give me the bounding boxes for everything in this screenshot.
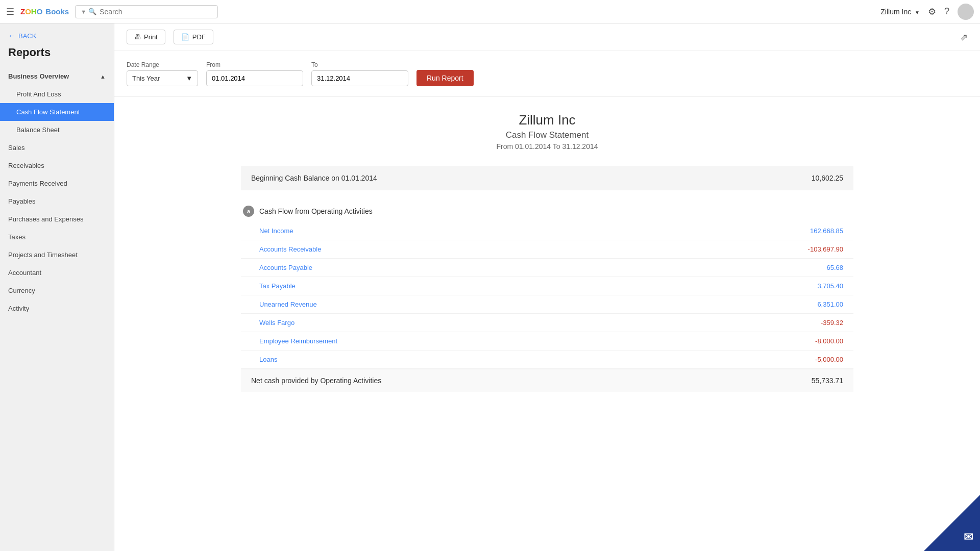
beginning-balance-row: Beginning Cash Balance on 01.01.2014 10,…: [241, 166, 853, 190]
sidebar-item-profit-loss[interactable]: Profit And Loss: [0, 85, 114, 103]
search-box[interactable]: ▼ 🔍: [75, 5, 218, 18]
back-arrow-icon: ←: [8, 32, 15, 40]
employee-reimbursement-value: -8,000.00: [815, 337, 843, 345]
content-area: 🖶 Print 📄 PDF ⇗ Date Range This Year ▼ F…: [114, 23, 980, 551]
line-item-net-income: Net Income 162,668.85: [241, 222, 853, 240]
wells-fargo-label[interactable]: Wells Fargo: [259, 319, 295, 327]
from-date-input[interactable]: [206, 70, 303, 86]
date-range-label: Date Range: [127, 61, 198, 68]
net-operating-value: 55,733.71: [812, 377, 843, 385]
to-date-group: To: [311, 61, 408, 86]
from-date-group: From: [206, 61, 303, 86]
net-operating-row: Net cash provided by Operating Activitie…: [241, 369, 853, 392]
select-caret-icon: ▼: [186, 74, 192, 82]
tax-payable-value: 3,705.40: [817, 282, 843, 290]
operating-activities-title: Cash Flow from Operating Activities: [259, 207, 373, 215]
logo-z: Z: [20, 7, 25, 16]
accounts-payable-value: 65.68: [826, 264, 843, 271]
line-item-accounts-receivable: Accounts Receivable -103,697.90: [241, 240, 853, 259]
beginning-balance-label: Beginning Cash Balance on 01.01.2014: [251, 174, 377, 182]
logo-o1: O: [25, 7, 31, 16]
print-button[interactable]: 🖶 Print: [127, 30, 165, 44]
sidebar-item-payments-received[interactable]: Payments Received: [0, 174, 114, 192]
nav-right: Zillum Inc ▼ ⚙ ?: [880, 4, 974, 20]
logo-h: H: [31, 7, 37, 16]
expand-icon[interactable]: ⇗: [960, 32, 968, 43]
zoho-logo: ZOHO Books: [20, 7, 69, 16]
date-range-select[interactable]: This Year ▼: [127, 70, 198, 86]
net-income-value: 162,668.85: [810, 227, 843, 235]
sidebar-item-receivables[interactable]: Receivables: [0, 157, 114, 174]
pdf-icon: 📄: [181, 33, 189, 41]
sidebar-item-purchases-expenses[interactable]: Purchases and Expenses: [0, 210, 114, 228]
to-date-input[interactable]: [311, 70, 408, 86]
operating-activities-header: a Cash Flow from Operating Activities: [241, 201, 853, 222]
report-header: Zillum Inc Cash Flow Statement From 01.0…: [135, 112, 960, 151]
chevron-up-icon: ▲: [100, 73, 106, 80]
pdf-button[interactable]: 📄 PDF: [174, 30, 213, 44]
sidebar-item-cash-flow[interactable]: Cash Flow Statement: [0, 103, 114, 121]
settings-icon[interactable]: ⚙: [928, 6, 936, 17]
to-date-label: To: [311, 61, 408, 68]
report-company-name: Zillum Inc: [135, 112, 960, 128]
line-item-loans: Loans -5,000.00: [241, 350, 853, 369]
line-item-unearned-revenue: Unearned Revenue 6,351.00: [241, 295, 853, 314]
operating-activities-section: a Cash Flow from Operating Activities Ne…: [241, 201, 853, 392]
sidebar-section-business-overview[interactable]: Business Overview ▲: [0, 67, 114, 85]
sidebar-item-activity[interactable]: Activity: [0, 299, 114, 317]
sidebar: ← BACK Reports Business Overview ▲ Profi…: [0, 23, 114, 551]
sidebar-title: Reports: [0, 44, 114, 67]
unearned-revenue-label[interactable]: Unearned Revenue: [259, 300, 317, 308]
logo-books: Books: [45, 7, 69, 16]
tax-payable-label[interactable]: Tax Payable: [259, 282, 296, 290]
search-icon: 🔍: [88, 8, 96, 15]
print-icon: 🖶: [134, 33, 141, 41]
accounts-payable-label[interactable]: Accounts Payable: [259, 264, 312, 271]
employee-reimbursement-label[interactable]: Employee Reimbursement: [259, 337, 337, 345]
sidebar-item-sales[interactable]: Sales: [0, 139, 114, 157]
line-item-wells-fargo: Wells Fargo -359.32: [241, 314, 853, 332]
sidebar-item-payables[interactable]: Payables: [0, 192, 114, 210]
report-date-range: From 01.01.2014 To 31.12.2014: [135, 142, 960, 151]
org-switcher[interactable]: Zillum Inc ▼: [880, 8, 920, 16]
help-icon[interactable]: ?: [944, 6, 949, 17]
sidebar-item-projects-timesheet[interactable]: Projects and Timesheet: [0, 246, 114, 264]
accounts-receivable-value: -103,697.90: [808, 245, 843, 253]
date-range-group: Date Range This Year ▼: [127, 61, 198, 86]
sidebar-item-balance-sheet[interactable]: Balance Sheet: [0, 121, 114, 139]
beginning-balance-value: 10,602.25: [812, 174, 843, 182]
loans-label[interactable]: Loans: [259, 356, 277, 363]
accounts-receivable-label[interactable]: Accounts Receivable: [259, 245, 321, 253]
line-item-accounts-payable: Accounts Payable 65.68: [241, 259, 853, 277]
org-caret-icon: ▼: [915, 10, 920, 15]
search-dropdown-icon[interactable]: ▼: [81, 9, 86, 15]
logo-o2: O: [37, 7, 43, 16]
toolbar: 🖶 Print 📄 PDF ⇗: [114, 23, 980, 51]
hamburger-menu[interactable]: ☰: [6, 6, 14, 17]
net-operating-label: Net cash provided by Operating Activitie…: [251, 377, 381, 385]
line-item-employee-reimbursement: Employee Reimbursement -8,000.00: [241, 332, 853, 350]
net-income-label[interactable]: Net Income: [259, 227, 293, 235]
filters: Date Range This Year ▼ From To Run Repor…: [114, 51, 980, 97]
loans-value: -5,000.00: [815, 356, 843, 363]
run-report-button[interactable]: Run Report: [416, 70, 474, 86]
back-button[interactable]: ← BACK: [0, 23, 114, 44]
user-avatar[interactable]: [958, 4, 974, 20]
sidebar-item-currency[interactable]: Currency: [0, 282, 114, 299]
from-date-label: From: [206, 61, 303, 68]
report-content: Zillum Inc Cash Flow Statement From 01.0…: [114, 97, 980, 411]
search-input[interactable]: [100, 8, 212, 16]
unearned-revenue-value: 6,351.00: [817, 300, 843, 308]
report-name: Cash Flow Statement: [135, 130, 960, 140]
wells-fargo-value: -359.32: [821, 319, 843, 327]
section-badge-a: a: [243, 206, 254, 217]
top-nav: ☰ ZOHO Books ▼ 🔍 Zillum Inc ▼ ⚙ ?: [0, 0, 980, 23]
chat-icon: ✉: [964, 531, 973, 544]
main-layout: ← BACK Reports Business Overview ▲ Profi…: [0, 23, 980, 551]
sidebar-item-accountant[interactable]: Accountant: [0, 264, 114, 282]
line-item-tax-payable: Tax Payable 3,705.40: [241, 277, 853, 295]
report-table: Beginning Cash Balance on 01.01.2014 10,…: [241, 166, 853, 392]
sidebar-item-taxes[interactable]: Taxes: [0, 228, 114, 246]
